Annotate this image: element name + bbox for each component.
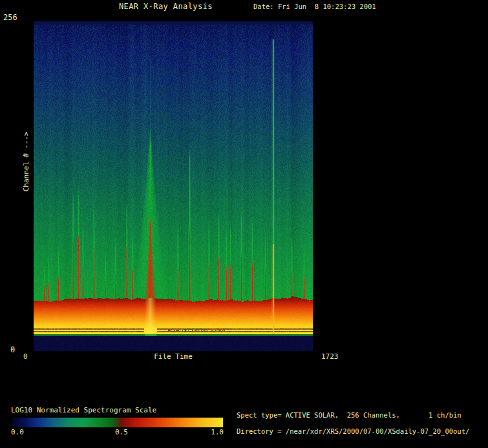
x-axis-tick-max: 1723 xyxy=(321,353,339,361)
page-title: NEAR X-Ray Analysis xyxy=(119,3,213,11)
y-axis-label: Channel # ---> xyxy=(23,132,30,192)
y-axis-tick-max: 256 xyxy=(3,14,17,22)
spect-type-info: Spect type= ACTIVE SOLAR, 256 Channels, … xyxy=(237,412,461,420)
directory-info: Directory = /near/xdr/XRS/2000/07-00/XSd… xyxy=(237,428,469,436)
y-axis-tick-min: 0 xyxy=(10,346,15,354)
x-axis-tick-min: 0 xyxy=(23,353,28,361)
near-xray-analysis-window: NEAR X-Ray Analysis Date: Fri Jun 8 10:2… xyxy=(0,0,488,448)
x-axis-label: File Time xyxy=(154,353,193,361)
colorbar-label: LOG10 Normalized Spectrogram Scale xyxy=(11,407,156,414)
colorbar-tick-max: 1.0 xyxy=(211,429,224,436)
colorbar-tick-min: 0.0 xyxy=(11,429,24,436)
colorbar-tick-mid: 0.5 xyxy=(115,429,128,436)
colorbar-gradient xyxy=(12,418,223,427)
date-label: Date: Fri Jun 8 10:23:23 2001 xyxy=(253,3,376,11)
spectrogram-heatmap xyxy=(34,21,313,351)
